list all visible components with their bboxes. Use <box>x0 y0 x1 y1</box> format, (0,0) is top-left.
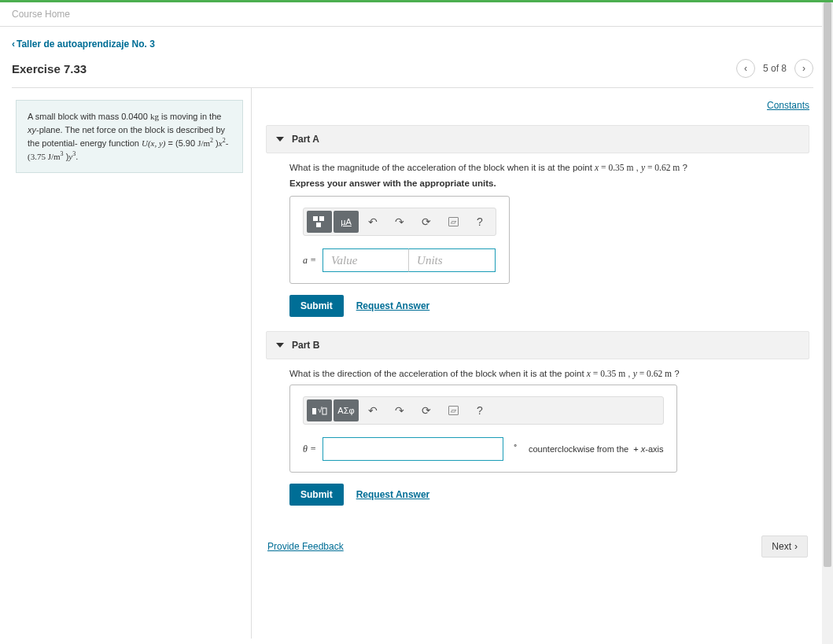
chevron-left-icon: ‹ <box>744 63 747 74</box>
svg-text:√: √ <box>318 406 323 414</box>
part-b-question: What is the direction of the acceleratio… <box>289 369 786 378</box>
item-nav: ‹ 5 of 8 › <box>736 59 813 78</box>
undo-icon: ↶ <box>368 215 378 228</box>
theta-input[interactable] <box>323 437 503 461</box>
part-a-header[interactable]: Part A <box>266 125 809 153</box>
reset-button[interactable]: ⟳ <box>414 211 439 233</box>
collapse-icon <box>276 137 284 142</box>
reset-icon: ⟳ <box>422 215 431 228</box>
degree-symbol: ∘ <box>513 440 518 449</box>
next-button[interactable]: Next › <box>761 535 808 558</box>
templates-button[interactable] <box>307 211 332 233</box>
part-b-lhs: θ = <box>303 443 316 455</box>
scrollbar[interactable] <box>822 2 833 638</box>
part-a-lhs: a = <box>303 255 316 267</box>
units-button[interactable]: µA <box>334 211 359 233</box>
next-item-button[interactable]: › <box>794 59 813 78</box>
submit-button[interactable]: Submit <box>289 295 344 317</box>
help-button[interactable]: ? <box>467 399 492 421</box>
problem-statement-pane: A small block with mass 0.0400 kg is mov… <box>12 88 252 638</box>
reset-button[interactable]: ⟳ <box>414 399 439 421</box>
part-a-answer-frame: µA ↶ ↷ ⟳ ▱ ? a = Value Units <box>289 196 510 284</box>
provide-feedback-link[interactable]: Provide Feedback <box>267 541 344 552</box>
redo-icon: ↷ <box>395 404 404 417</box>
part-b-header[interactable]: Part B <box>266 331 809 359</box>
svg-rect-5 <box>323 408 326 414</box>
part-a-question: What is the magnitude of the acceleratio… <box>289 163 786 172</box>
templates-button[interactable]: √ <box>307 399 332 421</box>
part-a-toolbar: µA ↶ ↷ ⟳ ▱ ? <box>303 208 496 236</box>
top-crumb: Course Home <box>0 2 833 27</box>
problem-prompt: A small block with mass 0.0400 kg is mov… <box>16 100 243 173</box>
part-a-instruction: Express your answer with the appropriate… <box>289 178 786 188</box>
page-title: Exercise 7.33 <box>12 62 87 75</box>
answer-pane: Constants Part A What is the magnitude o… <box>252 88 813 638</box>
help-button[interactable]: ? <box>467 211 492 233</box>
value-input[interactable]: Value <box>323 248 409 272</box>
chevron-right-icon: › <box>802 63 805 74</box>
greek-button[interactable]: ΑΣφ <box>334 399 359 421</box>
back-breadcrumb-link[interactable]: ‹ Taller de autoaprendizaje No. 3 <box>12 39 155 50</box>
item-counter: 5 of 8 <box>763 63 787 74</box>
undo-button[interactable]: ↶ <box>360 399 385 421</box>
request-answer-link[interactable]: Request Answer <box>356 489 430 500</box>
part-a-label: Part A <box>292 134 319 145</box>
svg-rect-0 <box>313 216 318 221</box>
constants-link[interactable]: Constants <box>767 100 809 111</box>
direction-suffix: counterclockwise from the + x-axis <box>529 444 664 454</box>
help-icon: ? <box>477 404 483 417</box>
chevron-right-icon: › <box>794 541 798 552</box>
submit-button[interactable]: Submit <box>289 484 344 506</box>
redo-button[interactable]: ↷ <box>387 211 412 233</box>
keyboard-button[interactable]: ▱ <box>440 399 466 421</box>
units-input[interactable]: Units <box>409 248 496 272</box>
undo-icon: ↶ <box>368 404 378 417</box>
undo-button[interactable]: ↶ <box>360 211 385 233</box>
svg-rect-1 <box>319 216 324 221</box>
reset-icon: ⟳ <box>422 404 431 417</box>
chevron-left-icon: ‹ <box>12 39 15 50</box>
keyboard-icon: ▱ <box>448 217 459 226</box>
breadcrumb-label: Taller de autoaprendizaje No. 3 <box>17 39 155 50</box>
part-b-toolbar: √ ΑΣφ ↶ ↷ ⟳ ▱ ? <box>303 396 664 425</box>
part-b-label: Part B <box>292 340 319 351</box>
part-b-answer-frame: √ ΑΣφ ↶ ↷ ⟳ ▱ ? θ = ∘ <box>289 385 677 473</box>
course-home-link[interactable]: Course Home <box>12 9 70 20</box>
svg-rect-2 <box>316 223 321 227</box>
keyboard-button[interactable]: ▱ <box>440 211 466 233</box>
scrollbar-thumb[interactable] <box>824 2 831 567</box>
request-answer-link[interactable]: Request Answer <box>356 300 430 311</box>
collapse-icon <box>276 343 284 348</box>
keyboard-icon: ▱ <box>448 406 459 415</box>
svg-rect-3 <box>312 408 316 414</box>
help-icon: ? <box>477 215 483 228</box>
redo-button[interactable]: ↷ <box>387 399 412 421</box>
prev-item-button[interactable]: ‹ <box>736 59 755 78</box>
part-b-body: What is the direction of the acceleratio… <box>266 369 809 520</box>
part-a-body: What is the magnitude of the acceleratio… <box>266 163 809 331</box>
redo-icon: ↷ <box>395 215 404 228</box>
